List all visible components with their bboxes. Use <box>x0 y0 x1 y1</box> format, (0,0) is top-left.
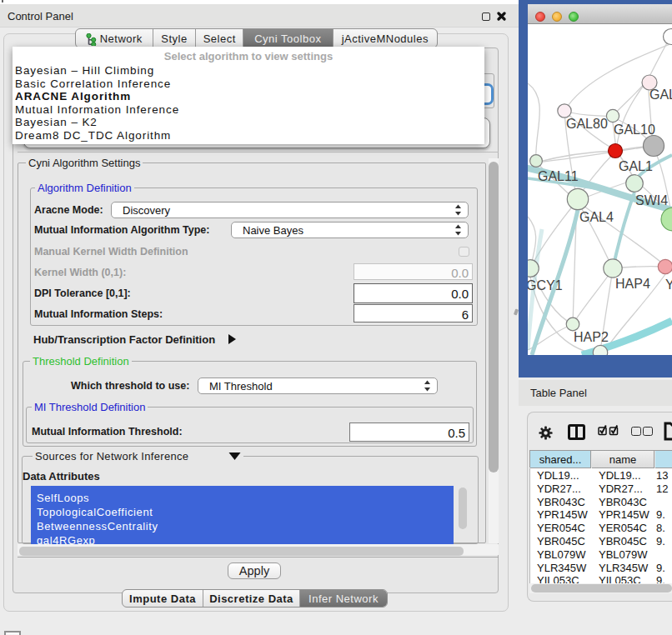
svg-text:GAL: GAL <box>649 88 672 102</box>
svg-text:GAL4: GAL4 <box>579 210 614 224</box>
svg-text:GAL1: GAL1 <box>619 159 653 173</box>
svg-text:GAL11: GAL11 <box>538 169 579 183</box>
svg-text:GAL10: GAL10 <box>614 122 655 137</box>
svg-text:SWI4: SWI4 <box>635 193 668 208</box>
svg-text:GAL80: GAL80 <box>566 117 608 131</box>
svg-text:HAP2: HAP2 <box>574 330 609 344</box>
svg-text:Y: Y <box>665 278 672 292</box>
svg-text:GCY1: GCY1 <box>528 278 563 292</box>
svg-text:HAP4: HAP4 <box>615 277 650 291</box>
